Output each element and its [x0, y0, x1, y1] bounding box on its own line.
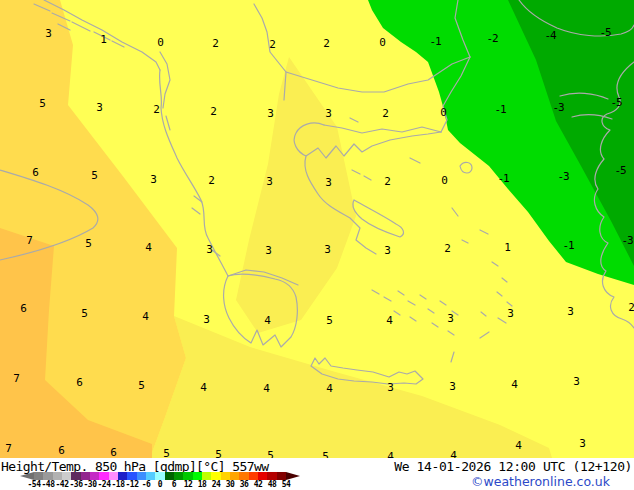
legend-color-segment — [165, 472, 174, 480]
weather-map-screen: 3102220-1-2-4-553223320-1-3-565323320-1-… — [0, 0, 634, 490]
legend-color-segment — [267, 472, 276, 480]
temp-value: 3 — [45, 27, 51, 40]
legend-tick-label: -48 — [42, 480, 55, 489]
temp-value: 0 — [157, 36, 163, 49]
temp-value: 0 — [379, 36, 385, 49]
legend-tick-label: -30 — [84, 480, 97, 489]
temp-value: 3 — [325, 176, 331, 189]
temp-value: 4 — [142, 310, 148, 323]
legend-color-segment — [277, 472, 286, 480]
legend-color-segment — [202, 472, 211, 480]
temp-value: -3 — [552, 101, 563, 114]
legend-tick-label: 0 — [158, 480, 162, 489]
legend-color-segment — [43, 472, 52, 480]
temp-value: 2 — [384, 175, 390, 188]
legend-tick-label: 54 — [282, 480, 291, 489]
temp-value: 7 — [5, 442, 11, 455]
legend-color-segment — [127, 472, 136, 480]
temp-value: 7 — [13, 372, 19, 385]
copyright-link[interactable]: ©weatheronline.co.uk — [471, 474, 610, 489]
temp-value: 1 — [504, 241, 510, 254]
temp-value: 5 — [326, 314, 332, 327]
temp-value: 3 — [579, 437, 585, 450]
legend-tick-label: -36 — [70, 480, 83, 489]
legend-color-segment — [193, 472, 202, 480]
legend-color-segment — [90, 472, 99, 480]
legend-tick-label: -42 — [56, 480, 69, 489]
temp-value: 6 — [76, 376, 82, 389]
temp-value: 3 — [447, 312, 453, 325]
legend-color-segment — [230, 472, 239, 480]
temp-value: 3 — [567, 305, 573, 318]
legend-color-segment — [62, 472, 71, 480]
legend-color-segment — [137, 472, 146, 480]
legend-color-segment — [81, 472, 90, 480]
temp-value: -5 — [614, 164, 625, 177]
temp-value: 2 — [212, 37, 218, 50]
map-area: 3102220-1-2-4-553223320-1-3-565323320-1-… — [0, 0, 634, 458]
temp-value: 3 — [387, 381, 393, 394]
temp-value: 4 — [145, 241, 151, 254]
legend-color-segment — [211, 472, 220, 480]
temp-value: 2 — [382, 107, 388, 120]
temp-value: 5 — [39, 97, 45, 110]
temperature-legend: -54-48-42-36-30-24-18-12-606121824303642… — [0, 472, 310, 490]
legend-tick-label: 42 — [254, 480, 263, 489]
legend-color-segment — [183, 472, 192, 480]
temp-value: -3 — [621, 234, 632, 247]
legend-tick-label: 36 — [240, 480, 249, 489]
legend-color-segment — [34, 472, 43, 480]
legend-color-bar — [34, 472, 286, 480]
temp-value: 3 — [203, 313, 209, 326]
legend-color-segment — [249, 472, 258, 480]
legend-tick-label: 12 — [184, 480, 193, 489]
temp-value: -5 — [599, 26, 610, 39]
temp-value: 3 — [267, 107, 273, 120]
legend-tick-label: 30 — [226, 480, 235, 489]
temp-value: 3 — [449, 380, 455, 393]
legend-tick-label: -12 — [126, 480, 139, 489]
temp-value: 4 — [511, 378, 517, 391]
legend-color-segment — [99, 472, 108, 480]
temp-value: 3 — [325, 107, 331, 120]
temp-value: 2 — [210, 105, 216, 118]
temp-value: 2 — [269, 38, 275, 51]
legend-tick-label: -6 — [142, 480, 151, 489]
temp-value: 4 — [264, 314, 270, 327]
temp-value: 6 — [110, 446, 116, 459]
temp-value: 5 — [138, 379, 144, 392]
legend-color-segment — [118, 472, 127, 480]
legend-color-segment — [71, 472, 80, 480]
legend-color-segment — [53, 472, 62, 480]
temp-value: 4 — [515, 439, 521, 452]
temp-value: 3 — [265, 244, 271, 257]
legend-color-segment — [109, 472, 118, 480]
temp-value: 5 — [91, 169, 97, 182]
temp-value: 2 — [323, 37, 329, 50]
temp-value: 4 — [263, 382, 269, 395]
temp-value: 3 — [266, 175, 272, 188]
legend-tick-labels: -54-48-42-36-30-24-18-12-606121824303642… — [0, 480, 310, 489]
temp-value: -1 — [429, 35, 440, 48]
temp-value: -5 — [610, 96, 621, 109]
legend-color-segment — [174, 472, 183, 480]
temp-value: 5 — [81, 307, 87, 320]
temperature-values-layer: 3102220-1-2-4-553223320-1-3-565323320-1-… — [0, 0, 634, 458]
temp-value: 6 — [20, 302, 26, 315]
legend-tick-label: -18 — [112, 480, 125, 489]
temp-value: 0 — [440, 106, 446, 119]
legend-right-arrow-icon — [286, 472, 300, 480]
temp-value: 3 — [507, 307, 513, 320]
legend-color-segment — [221, 472, 230, 480]
temp-value: 0 — [441, 174, 447, 187]
temp-value: 6 — [58, 444, 64, 457]
temp-value: 4 — [386, 314, 392, 327]
temp-value: 1 — [100, 33, 106, 46]
temp-value: 4 — [326, 382, 332, 395]
temp-value: -1 — [494, 103, 505, 116]
temp-value: -4 — [544, 29, 555, 42]
temp-value: 4 — [200, 381, 206, 394]
temp-value: 3 — [573, 375, 579, 388]
legend-left-arrow-icon — [20, 472, 34, 480]
temp-value: 2 — [153, 103, 159, 116]
